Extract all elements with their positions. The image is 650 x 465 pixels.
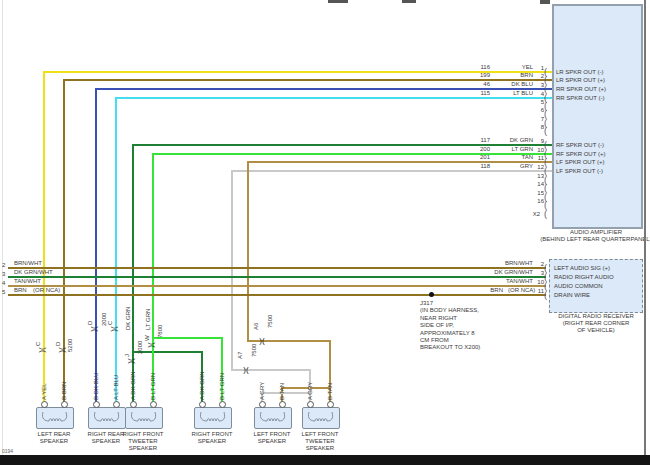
wire-gry-h3 [261, 392, 311, 394]
speaker-terminal [150, 401, 157, 408]
wire-brn-drain-bus [8, 294, 546, 296]
rcv-leftpin-4: 5 [2, 289, 5, 296]
speaker-terminal [279, 401, 286, 408]
amp-pin-15: 15 [524, 190, 544, 197]
amp-pin-7: 7 [524, 116, 544, 123]
digital-radio-receiver-caption: DIGITAL RADIO RECEIVER (RIGHT REAR CORNE… [500, 313, 650, 334]
spk4-pin-a-label: A DK GRN [198, 366, 206, 400]
speaker-terminal [307, 401, 314, 408]
wire-tan-v1 [247, 161, 249, 342]
mid-wire-label-ltgrn: LT GRN [144, 298, 152, 330]
rcv-leftpin-1: 2 [2, 262, 5, 269]
amp-pin-9: 9 [524, 138, 544, 145]
clipped-top-text-2 [402, 0, 416, 3]
wire-gry-v1 [231, 170, 233, 371]
speaker-terminal [219, 401, 226, 408]
amp-pin-1: 1 [524, 65, 544, 72]
inline-id-blu: 2000 [100, 308, 108, 326]
rcv-leftpin-2: 3 [2, 271, 5, 278]
amp-pin-11: 11 [524, 155, 544, 162]
wire-ltblu-h [115, 97, 552, 99]
amp-color-3: DK BLU [463, 81, 533, 88]
amp-func-1: LR SPKR OUT (-) [556, 69, 604, 76]
rcv-func-2: RADIO RIGHT AUDIO [554, 274, 614, 281]
speaker-terminal [61, 401, 68, 408]
rcv-func-3: AUDIO COMMON [554, 283, 603, 290]
spk1-pin-b-label: B BRN [60, 366, 68, 400]
amp-pin-10: 10 [524, 147, 544, 154]
rcv-pin-2: 3 [524, 270, 544, 277]
amp-pin-3: 3 [524, 82, 544, 89]
rcv-pin-arc: ( [544, 290, 547, 300]
amp-pin-12: 12 [524, 164, 544, 171]
mid-wire-label-dkgrn: DK GRN [124, 298, 132, 330]
amp-pin-6: 6 [524, 107, 544, 114]
amp-pin-5: 5 [524, 99, 544, 106]
amp-pin-4: 4 [524, 91, 544, 98]
wire-gry-h [231, 170, 552, 172]
speaker-coil [91, 411, 121, 423]
amp-color-2: BRN [463, 72, 533, 79]
rcv-pin-1: 2 [524, 261, 544, 268]
amp-func-2: LR SPKR OUT (+) [556, 77, 605, 84]
speaker-coil [305, 411, 335, 423]
speaker-terminal [130, 401, 137, 408]
inline-connector-arc-gry: )( [238, 365, 254, 375]
amp-func-4: RR SPKR OUT (-) [556, 95, 605, 102]
inline-pin-yel: C [34, 336, 42, 346]
wire-dkblu-v [95, 88, 97, 404]
wire-ltblu-v [115, 97, 117, 404]
amp-pin-13: 13 [524, 173, 544, 180]
spk6-pin-b-label: B TAN [326, 366, 334, 400]
bottom-bar [0, 455, 650, 465]
inline-id-yelbrn: 5200 [66, 334, 74, 352]
splice-note-j317: J317 (IN BODY HARNESS, NEAR RIGHT SIDE O… [420, 300, 480, 352]
amp-pin-14: 14 [524, 181, 544, 188]
rcv-func-1: LEFT AUDIO SIG (+) [554, 265, 610, 272]
inline-pin-ltgrn: W [143, 331, 151, 341]
inline-id-tan: 7500 [266, 310, 274, 328]
spk3-pin-b-label: B LT GRN [149, 366, 157, 400]
amp-func-11: LF SPKR OUT (+) [556, 159, 604, 166]
amp-connector-id: X2 [520, 211, 540, 218]
rcv-leftwire-3: TAN/WHT [14, 278, 41, 285]
amp-func-9: RF SPKR OUT (-) [556, 142, 604, 149]
amp-color-1: YEL [463, 64, 533, 71]
amp-color-4: LT BLU [463, 90, 533, 97]
speaker-terminal [199, 401, 206, 408]
speaker-coil [257, 411, 287, 423]
rcv-pin-4: 11 [524, 288, 544, 295]
speaker-coil [39, 411, 69, 423]
amp-pin-16: 16 [524, 198, 544, 205]
inline-pin-dkgrn: J [123, 347, 131, 357]
wiring-diagram: AUDIO AMPLIFIER (BEHIND LEFT REAR QUARTE… [0, 0, 650, 465]
audio-amplifier-caption: AUDIO AMPLIFIER (BEHIND LEFT REAR QUARTE… [500, 229, 650, 243]
right-page-edge [644, 0, 646, 456]
rcv-wire-1: BRN/WHT [433, 260, 533, 267]
inline-pin-tan: A6 [252, 318, 260, 330]
speaker-coil [197, 411, 227, 423]
amp-func-3: RR SPKR OUT (+) [556, 86, 606, 93]
speaker-caption-right-front-tweeter: RIGHT FRONT TWEETER SPEAKER [111, 431, 175, 452]
inline-id-gry: 7500 [250, 339, 258, 357]
speaker-caption-left-front-tweeter: LEFT FRONT TWEETER SPEAKER [288, 431, 352, 452]
amp-pin-arc: ( [544, 126, 547, 136]
spk5-pin-b-label: B TAN [278, 366, 286, 400]
speaker-coil [128, 411, 158, 423]
amp-func-10: RF SPKR OUT (+) [556, 151, 605, 158]
inline-pin-dkblu: D [86, 315, 94, 325]
clipped-top-text-1 [328, 0, 348, 3]
doc-id: 0194 [2, 448, 13, 455]
audio-amplifier-connector [552, 4, 643, 229]
left-page-edge [2, 0, 3, 455]
rcv-pin-3: 10 [524, 279, 544, 286]
speaker-terminal [113, 401, 120, 408]
rcv-wire-2: DK GRN/WHT [433, 269, 533, 276]
amp-pin-2: 2 [524, 73, 544, 80]
amp-color-11: TAN [463, 154, 533, 161]
rcv-leftwire-4-note: (OR NCA) [33, 287, 60, 294]
amp-color-10: LT GRN [463, 146, 533, 153]
rcv-wire-4: BRN [433, 287, 503, 294]
speaker-terminal [327, 401, 334, 408]
spk3-pin-a-label: A DK GRN [129, 366, 137, 400]
